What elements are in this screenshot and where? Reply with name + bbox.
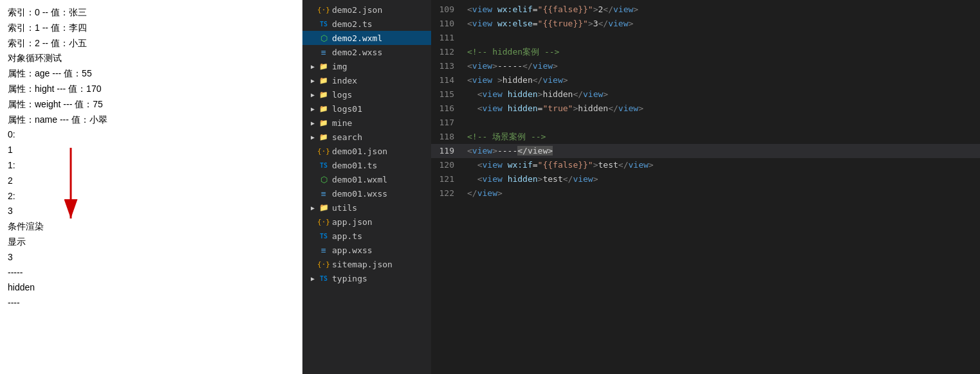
wxml-icon: ⬡ <box>318 33 329 42</box>
file-tree-item-demo01-ts[interactable]: TS demo01.ts <box>302 158 431 172</box>
folder-name: index <box>332 76 357 85</box>
code-line-117: 117 <box>431 116 980 130</box>
folder-name: utils <box>332 203 357 213</box>
file-name: demo2.ts <box>332 19 373 29</box>
folder-name: logs <box>332 90 352 100</box>
code-line-109: 109 <view wx:elif="{{false}}">2</view> <box>431 3 980 17</box>
file-tree-panel: {·} demo2.json TS demo2.ts ⬡ demo2.wxml … <box>302 0 431 374</box>
code-line-122: 122 </view> <box>431 186 980 200</box>
file-tree-item-app-wxss[interactable]: ≡ app.wxss <box>302 243 431 257</box>
file-tree-item-demo2-json[interactable]: {·} demo2.json <box>302 3 431 17</box>
wxml-icon: ⬡ <box>318 175 329 184</box>
code-lines: 109 <view wx:elif="{{false}}">2</view> 1… <box>431 0 980 203</box>
json-icon: {·} <box>318 260 329 269</box>
code-line-116: 116 <view hidden="true">hidden</view> <box>431 102 980 116</box>
file-tree-item-app-json[interactable]: {·} app.json <box>302 215 431 229</box>
code-line-113: 113 <view>-----</view> <box>431 59 980 73</box>
file-tree-item-search[interactable]: ▶ 📁 search <box>302 130 431 144</box>
output-line: 索引：0 -- 值：张三 索引：1 -- 值：李四 索引：2 -- 值：小五 对… <box>8 5 295 311</box>
folder-name: typings <box>332 274 367 283</box>
file-tree-item-demo01-wxss[interactable]: ≡ demo01.wxss <box>302 186 431 200</box>
line-content: <view hidden>test</view> <box>465 172 980 186</box>
file-tree-item-mine[interactable]: ▶ 📁 mine <box>302 116 431 130</box>
line-number: 120 <box>431 158 465 172</box>
ts-folder-icon: TS <box>318 274 329 283</box>
preview-panel: 索引：0 -- 值：张三 索引：1 -- 值：李四 索引：2 -- 值：小五 对… <box>0 0 302 374</box>
file-tree-item-demo2-wxss[interactable]: ≡ demo2.wxss <box>302 45 431 59</box>
code-line-112: 112 <!-- hidden案例 --> <box>431 45 980 59</box>
chevron-right-icon: ▶ <box>308 134 318 141</box>
line-number: 118 <box>431 130 465 144</box>
file-tree-item-demo2-wxml[interactable]: ⬡ demo2.wxml <box>302 31 431 45</box>
line-number: 115 <box>431 87 465 102</box>
file-tree-item-index[interactable]: ▶ 📁 index <box>302 73 431 87</box>
file-tree-item-sitemap-json[interactable]: {·} sitemap.json <box>302 257 431 271</box>
line-number: 116 <box>431 102 465 116</box>
file-tree-item-demo2-ts[interactable]: TS demo2.ts <box>302 17 431 31</box>
file-tree-item-demo01-wxml[interactable]: ⬡ demo01.wxml <box>302 172 431 186</box>
code-line-121: 121 <view hidden>test</view> <box>431 172 980 186</box>
code-line-120: 120 <view wx:if="{{false}}">test</view> <box>431 158 980 172</box>
folder-utils-icon: 📁 <box>318 203 329 212</box>
ts-icon: TS <box>318 19 329 28</box>
line-content: <view >hidden</view> <box>465 73 980 87</box>
line-content: <view hidden="true">hidden</view> <box>465 102 980 116</box>
folder-name: search <box>332 132 362 142</box>
line-number: 117 <box>431 116 465 130</box>
code-line-115: 115 <view hidden>hidden</view> <box>431 87 980 102</box>
code-line-111: 111 <box>431 31 980 45</box>
line-content: <view>----</view> <box>465 144 980 158</box>
file-name: demo01.wxml <box>332 175 387 184</box>
folder-name: logs01 <box>332 104 362 114</box>
ts-icon: TS <box>318 161 329 170</box>
line-number: 111 <box>431 31 465 45</box>
line-content: <!-- 场景案例 --> <box>465 130 980 144</box>
line-number: 112 <box>431 45 465 59</box>
file-name: demo01.ts <box>332 161 377 170</box>
file-name: app.wxss <box>332 245 373 255</box>
chevron-right-icon: ▶ <box>308 120 318 127</box>
file-tree-item-app-ts[interactable]: TS app.ts <box>302 229 431 243</box>
line-content: <!-- hidden案例 --> <box>465 45 980 59</box>
code-line-110: 110 <view wx:else="{{true}}">3</view> <box>431 17 980 31</box>
file-tree-item-img[interactable]: ▶ 📁 img <box>302 59 431 73</box>
folder-name: mine <box>332 118 352 128</box>
file-tree-item-logs01[interactable]: ▶ 📁 logs01 <box>302 102 431 116</box>
code-editor[interactable]: 109 <view wx:elif="{{false}}">2</view> 1… <box>431 0 980 374</box>
folder-icon: 📁 <box>318 104 329 113</box>
chevron-right-icon: ▶ <box>308 91 318 98</box>
folder-name: img <box>332 62 347 71</box>
code-line-118: 118 <!-- 场景案例 --> <box>431 130 980 144</box>
wxss-icon: ≡ <box>318 189 329 198</box>
code-line-114: 114 <view >hidden</view> <box>431 73 980 87</box>
file-tree-item-typings[interactable]: ▶ TS typings <box>302 271 431 285</box>
folder-icon: 📁 <box>318 90 329 99</box>
file-name: demo01.wxss <box>332 189 387 199</box>
file-name: sitemap.json <box>332 260 393 269</box>
line-number: 122 <box>431 186 465 200</box>
file-tree-item-utils[interactable]: ▶ 📁 utils <box>302 200 431 215</box>
line-content: <view wx:else="{{true}}">3</view> <box>465 17 980 31</box>
line-number: 113 <box>431 59 465 73</box>
wxss-icon: ≡ <box>318 245 329 254</box>
chevron-right-icon: ▶ <box>308 63 318 70</box>
line-number: 110 <box>431 17 465 31</box>
folder-icon: 📁 <box>318 62 329 71</box>
line-number: 109 <box>431 3 465 17</box>
file-tree-item-logs[interactable]: ▶ 📁 logs <box>302 87 431 102</box>
file-name: app.json <box>332 217 373 227</box>
file-tree-item-demo01-json[interactable]: {·} demo01.json <box>302 144 431 158</box>
chevron-right-icon: ▶ <box>308 275 318 282</box>
json-icon: {·} <box>318 217 329 226</box>
line-number: 114 <box>431 73 465 87</box>
code-line-119[interactable]: 119 <view>----</view> <box>431 144 980 158</box>
line-number: 119 <box>431 144 465 158</box>
chevron-right-icon: ▶ <box>308 204 318 211</box>
wxss-icon: ≡ <box>318 48 329 57</box>
chevron-right-icon: ▶ <box>308 77 318 84</box>
json-icon: {·} <box>318 5 329 14</box>
file-name: app.ts <box>332 231 362 241</box>
line-content: <view wx:if="{{false}}">test</view> <box>465 158 980 172</box>
folder-icon: 📁 <box>318 76 329 85</box>
line-content: </view> <box>465 186 980 200</box>
